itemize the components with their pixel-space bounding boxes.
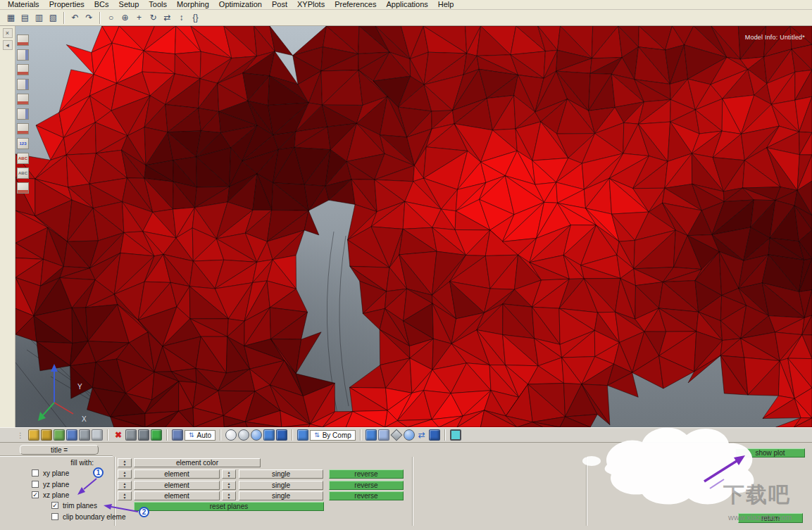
annotation-badge-1: 1 (93, 467, 104, 478)
shrink-elements-icon[interactable] (366, 429, 377, 441)
abc-labels-red-icon[interactable]: ABC (17, 153, 29, 164)
annotation-badge-2: 2 (139, 507, 149, 517)
mode-selector-3[interactable]: single (239, 491, 323, 500)
trim-planes-checkbox[interactable]: ✓ (51, 502, 58, 509)
toolbar-separator (444, 429, 446, 441)
entity-selector-3[interactable]: element (134, 491, 220, 500)
auto-graphics-select[interactable]: ⇅Auto (185, 430, 216, 441)
entity-spinner-3[interactable]: ▲▼ (118, 491, 132, 500)
entity-spinner-1[interactable]: ▲▼ (118, 469, 132, 479)
component-color-icon[interactable] (297, 429, 308, 441)
iso-value-icon[interactable] (17, 108, 29, 120)
graphics-viewport[interactable]: YX 123ABCABC Model Info: Untitled* (15, 26, 812, 427)
transparent-sphere-icon[interactable] (251, 429, 262, 441)
clip-plane-icon[interactable] (17, 79, 29, 90)
zoom-in-icon[interactable]: ⊕ (118, 11, 132, 25)
entity-browser-icon[interactable]: ▦ (4, 11, 18, 25)
menu-properties[interactable]: Properties (44, 0, 89, 9)
abc-labels-gray-icon[interactable]: ABC (17, 168, 29, 179)
utility-table-icon[interactable]: ▥ (32, 11, 46, 25)
yz-plane-checkbox[interactable] (32, 481, 39, 488)
zoom-area-icon[interactable]: ○ (104, 11, 118, 25)
delete-icon[interactable]: ✖ (113, 429, 124, 441)
section-plane-icon[interactable] (17, 49, 29, 61)
organize-icon[interactable] (54, 429, 65, 441)
title-selector-label: title = (51, 446, 68, 454)
mode-spinner-3[interactable]: ▲▼ (222, 491, 236, 500)
rotate-view-icon[interactable]: ↻ (146, 11, 160, 25)
entity-selector-1[interactable]: element (134, 469, 220, 479)
tracking-arrows-icon[interactable] (17, 123, 29, 134)
collapse-arrow-icon[interactable]: ◂ (3, 40, 13, 50)
element-cube-icon[interactable] (263, 429, 275, 441)
entity-spinner-2[interactable]: ▲▼ (118, 481, 132, 490)
file-save-icon[interactable] (41, 429, 52, 441)
layer-stack-icon[interactable] (17, 64, 29, 75)
expand-braces-icon[interactable]: {} (189, 11, 202, 25)
redo-arrow-icon[interactable]: ↷ (82, 11, 96, 25)
menu-xyplots[interactable]: XYPlots (292, 0, 330, 9)
axis-label-y: Y (77, 383, 82, 391)
mode-spinner-1[interactable]: ▲▼ (222, 469, 236, 479)
model-mesh-canvas[interactable]: YX (15, 26, 812, 427)
clip-boundary-checkbox[interactable] (51, 513, 58, 520)
title-selector[interactable]: title = (20, 445, 99, 455)
vector-display-icon[interactable] (92, 429, 103, 441)
xz-plane-checkbox[interactable]: ✓ (32, 491, 39, 498)
menu-tools[interactable]: Tools (144, 0, 172, 9)
menu-setup[interactable]: Setup (114, 0, 144, 9)
show-plot-button[interactable]: show plot (735, 448, 805, 458)
undo-arrow-icon[interactable]: ↶ (68, 11, 82, 25)
menu-materials[interactable]: Materials (3, 0, 44, 9)
performance-monitor-icon[interactable] (450, 429, 461, 441)
mode-selector-2[interactable]: single (239, 481, 323, 490)
swap-arrows-icon[interactable]: ⇄ (416, 429, 427, 441)
feature-cube-icon[interactable] (276, 429, 287, 441)
reverse-mask-icon[interactable] (138, 429, 149, 441)
menu-bcs[interactable]: BCs (89, 0, 114, 9)
color-by-comp-select-label: By Comp (323, 431, 351, 439)
shaded-sphere-icon[interactable] (225, 429, 237, 441)
color-palette-icon[interactable] (66, 429, 77, 441)
reverse-button-2[interactable]: reverse (329, 481, 404, 490)
menu-optimization[interactable]: Optimization (214, 0, 267, 9)
true-view-icon[interactable]: ↕ (175, 11, 188, 25)
menu-help[interactable]: Help (433, 0, 459, 9)
card-editor-icon[interactable]: ▤ (18, 11, 32, 25)
color-by-comp-select[interactable]: ⇅By Comp (310, 430, 356, 441)
element-color-selector[interactable]: element color (134, 458, 261, 467)
mode-spinner-2[interactable]: ▲▼ (222, 481, 236, 490)
reverse-button-3[interactable]: reverse (329, 491, 404, 500)
mode-selector-1[interactable]: single (239, 469, 323, 479)
diamond-marker-icon[interactable] (390, 429, 402, 441)
reverse-button-1[interactable]: reverse (329, 469, 404, 479)
toolbar-gripper: ⋮ (17, 431, 24, 439)
menu-applications[interactable]: Applications (381, 0, 432, 9)
fill-mode-spinner[interactable]: ▲▼ (118, 458, 132, 467)
mask-panel-icon[interactable] (17, 34, 29, 46)
toolbar-separator (220, 429, 221, 441)
entity-selector-2[interactable]: element (134, 481, 220, 490)
assembly-cube-icon[interactable] (429, 429, 440, 441)
close-panel-icon[interactable]: × (3, 28, 13, 38)
exploded-view-icon[interactable] (17, 94, 29, 105)
entity-grid-icon[interactable] (17, 182, 29, 194)
xy-plane-checkbox[interactable] (32, 469, 39, 477)
menu-preferences[interactable]: Preferences (330, 0, 381, 9)
panel-groove (0, 455, 113, 457)
organize-panel-icon[interactable]: ▧ (46, 11, 60, 25)
file-open-icon[interactable] (28, 429, 39, 441)
reset-planes-button[interactable]: reset planes (134, 502, 324, 511)
card-image-icon[interactable] (79, 429, 90, 441)
menu-morphing[interactable]: Morphing (172, 0, 214, 9)
wireframe-sphere-icon[interactable] (238, 429, 249, 441)
numbers-display-icon[interactable]: 123 (17, 138, 29, 149)
element-handles-icon[interactable] (378, 429, 389, 441)
fit-view-icon[interactable]: + (132, 11, 146, 25)
pan-arrows-icon[interactable]: ⇄ (161, 11, 174, 25)
menu-post[interactable]: Post (267, 0, 292, 9)
sphere-marker-icon[interactable] (404, 429, 415, 441)
element-check-icon[interactable] (151, 429, 162, 441)
mask-icon[interactable] (125, 429, 137, 441)
graphics-mode-icon[interactable] (172, 429, 183, 441)
